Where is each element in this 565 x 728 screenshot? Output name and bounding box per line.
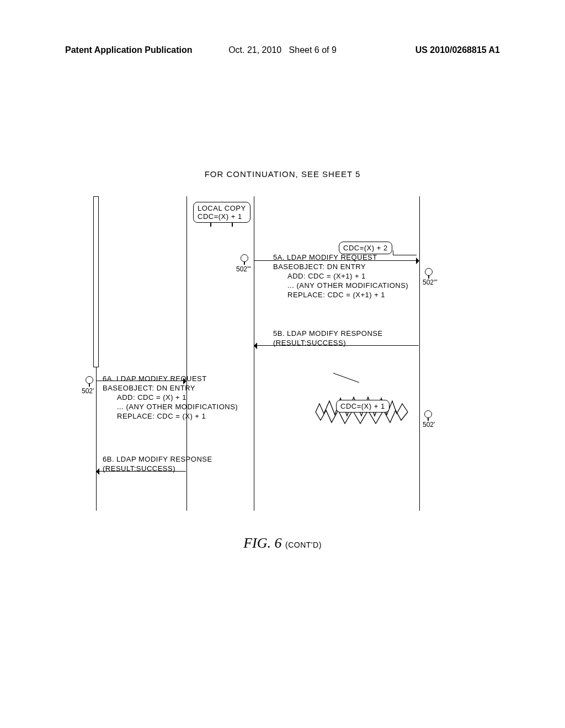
reference-marker-icon xyxy=(241,254,248,262)
msg-5b-l1: (RESULT:SUCCESS) xyxy=(273,339,346,347)
sequence-diagram: LOCAL COPY CDC=(X) + 1 CDC=(X) + 2 CDC=(… xyxy=(84,196,449,511)
fig-label: FIG. 6 xyxy=(243,535,281,551)
msg-5b: 5B. LDAP MODIFY RESPONSE (RESULT:SUCCESS… xyxy=(273,329,383,347)
header-left: Patent Application Publication xyxy=(65,45,193,55)
msg-5a-l1: BASEOBJECT: DN ENTRY xyxy=(273,263,366,271)
msg-5a-l3: ... (ANY OTHER MODIFICATIONS) xyxy=(273,281,408,290)
figure-caption: FIG. 6 (CONT'D) xyxy=(243,535,322,552)
local-copy-l2: CDC=(X) + 1 xyxy=(198,212,242,221)
msg-6b: 6B. LDAP MODIFY RESPONSE (RESULT:SUCCESS… xyxy=(103,454,212,473)
bubble-tick-icon xyxy=(232,222,233,227)
msg-5a: 5A. LDAP MODIFY REQUEST BASEOBJECT: DN E… xyxy=(273,253,408,299)
reference-marker-icon xyxy=(424,410,432,418)
msg-5a-l4: REPLACE: CDC = (X+1) + 1 xyxy=(273,290,408,299)
msg-5a-title: 5A. LDAP MODIFY REQUEST xyxy=(273,253,377,261)
msg-5a-l2: ADD: CDC = (X+1) + 1 xyxy=(273,271,408,281)
msg-6a-l3: ... (ANY OTHER MODIFICATIONS) xyxy=(103,402,238,411)
msg-6a-l4: REPLACE: CDC = (X) + 1 xyxy=(103,411,238,421)
reference-marker-icon xyxy=(425,268,433,276)
header-mid: Oct. 21, 2010 Sheet 6 of 9 xyxy=(228,45,337,55)
msg-6a-l1: BASEOBJECT: DN ENTRY xyxy=(103,384,195,392)
bubble-local-copy: LOCAL COPY CDC=(X) + 1 xyxy=(193,202,250,223)
ref-label-502p: 502' xyxy=(82,387,94,395)
msg-6b-title: 6B. LDAP MODIFY RESPONSE xyxy=(103,455,212,463)
lifeline-4 xyxy=(419,196,420,511)
continuation-note: FOR CONTINUATION, SEE SHEET 5 xyxy=(205,169,361,179)
activation-bar xyxy=(93,196,99,367)
local-copy-l1: LOCAL COPY xyxy=(198,204,246,212)
header-sheet: Sheet 6 of 9 xyxy=(289,45,337,55)
bubble-cdc-x1: CDC=(X) + 1 xyxy=(336,400,390,413)
ref-label-502p: 502' xyxy=(423,421,435,429)
reference-marker-icon xyxy=(86,376,93,384)
header-date: Oct. 21, 2010 xyxy=(228,45,281,55)
fig-contd: (CONT'D) xyxy=(285,540,322,549)
lifeline-3 xyxy=(254,196,254,511)
msg-6a-title: 6A. LDAP MODIFY REQUEST xyxy=(103,374,207,383)
header-right: US 2010/0268815 A1 xyxy=(415,45,500,55)
bubble-tick-icon xyxy=(210,222,211,227)
msg-6a-l2: ADD: CDC = (X) + 1 xyxy=(103,393,238,402)
ref-label-502ppp: 502''' xyxy=(423,279,438,286)
msg-6b-l1: (RESULT:SUCCESS) xyxy=(103,464,175,473)
msg-6a: 6A. LDAP MODIFY REQUEST BASEOBJECT: DN E… xyxy=(103,374,238,421)
ref-label-502ppp: 502''' xyxy=(236,265,251,273)
msg-5b-title: 5B. LDAP MODIFY RESPONSE xyxy=(273,329,383,338)
